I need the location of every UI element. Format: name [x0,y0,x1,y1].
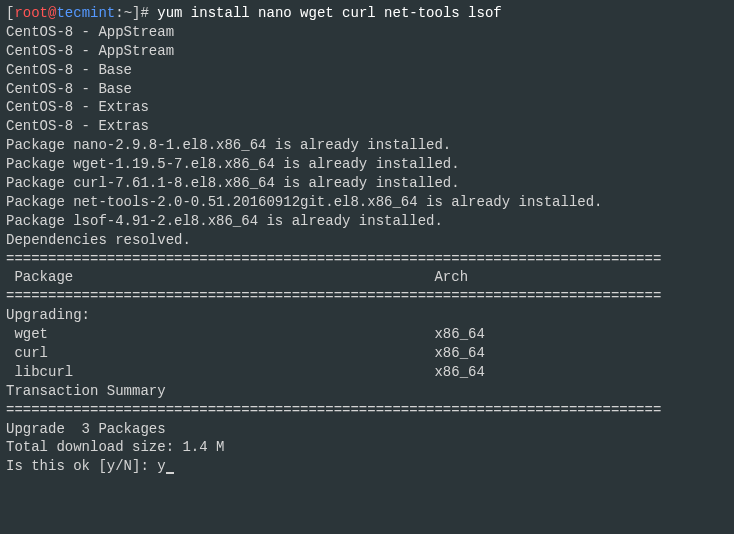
repo-line: CentOS-8 - Extras [6,98,728,117]
prompt-path: ~ [124,5,132,21]
upgrade-row: libcurlx86_64 [6,363,728,382]
divider-line: ========================================… [6,250,728,269]
package-installed-line: Package nano-2.9.8-1.el8.x86_64 is alrea… [6,136,728,155]
prompt-colon: : [115,5,123,21]
cursor-icon [166,472,174,474]
package-installed-line: Package curl-7.61.1-8.el8.x86_64 is alre… [6,174,728,193]
upgrade-arch: x86_64 [434,364,484,380]
upgrade-row: curlx86_64 [6,344,728,363]
deps-resolved-line: Dependencies resolved. [6,231,728,250]
transaction-summary-line: Transaction Summary [6,382,728,401]
divider-line: ========================================… [6,401,728,420]
download-size-line: Total download size: 1.4 M [6,438,728,457]
command-text: yum install nano wget curl net-tools lso… [157,5,501,21]
repo-line: CentOS-8 - AppStream [6,23,728,42]
repo-line: CentOS-8 - AppStream [6,42,728,61]
repo-line: CentOS-8 - Base [6,61,728,80]
confirm-line[interactable]: Is this ok [y/N]: y [6,457,728,476]
upgrade-name: wget [6,325,434,344]
repo-line: CentOS-8 - Extras [6,117,728,136]
terminal-window[interactable]: [root@tecmint:~]# yum install nano wget … [6,4,728,476]
upgrade-name: curl [6,344,434,363]
package-installed-line: Package wget-1.19.5-7.el8.x86_64 is alre… [6,155,728,174]
confirm-input[interactable]: y [157,458,165,474]
upgrade-row: wgetx86_64 [6,325,728,344]
upgrade-name: libcurl [6,363,434,382]
upgrade-count-line: Upgrade 3 Packages [6,420,728,439]
upgrade-arch: x86_64 [434,345,484,361]
table-header-line: Package Arch [6,268,728,287]
package-installed-line: Package lsof-4.91-2.el8.x86_64 is alread… [6,212,728,231]
package-installed-line: Package net-tools-2.0-0.51.20160912git.e… [6,193,728,212]
prompt-hash: # [140,5,157,21]
upgrade-arch: x86_64 [434,326,484,342]
prompt-host: tecmint [56,5,115,21]
divider-line: ========================================… [6,287,728,306]
prompt-user: root [14,5,48,21]
repo-line: CentOS-8 - Base [6,80,728,99]
confirm-prompt: Is this ok [y/N]: [6,458,157,474]
prompt-line: [root@tecmint:~]# yum install nano wget … [6,4,728,23]
upgrading-label: Upgrading: [6,306,728,325]
